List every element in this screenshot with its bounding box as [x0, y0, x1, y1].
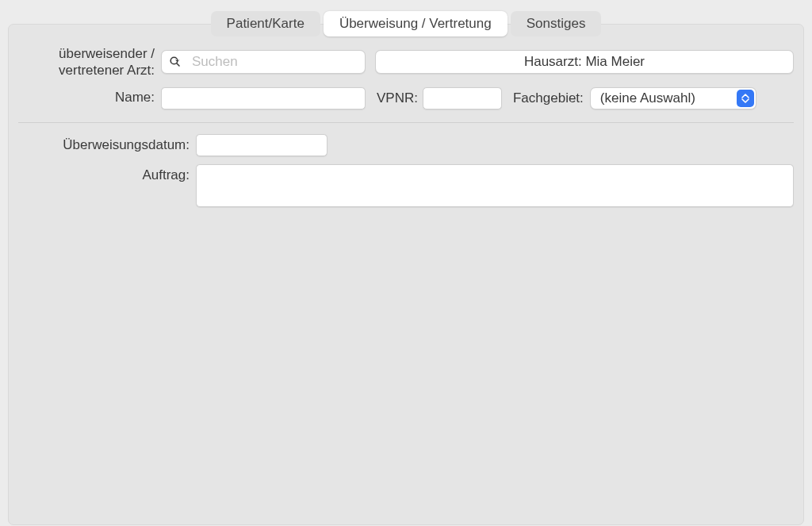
row-name: Name: VPNR: Fachgebiet: (keine Auswahl) — [18, 87, 794, 109]
vpnr-input[interactable] — [423, 87, 502, 109]
fachgebiet-select-wrapper: (keine Auswahl) — [590, 87, 756, 109]
content-panel: überweisender / vertretener Arzt: Hausar… — [8, 24, 804, 525]
label-name: Name: — [18, 90, 161, 106]
label-vpnr: VPNR: — [377, 90, 418, 106]
tab-patient[interactable]: Patient/Karte — [211, 11, 320, 36]
fachgebiet-select-value: (keine Auswahl) — [600, 90, 695, 106]
label-ueberweisungsdatum: Überweisungsdatum: — [18, 137, 196, 153]
svg-line-1 — [177, 63, 179, 66]
hausarzt-button[interactable]: Hausarzt: Mia Meier — [375, 50, 794, 74]
search-icon — [169, 56, 185, 68]
ueberweisungsdatum-input[interactable] — [196, 134, 327, 156]
hausarzt-button-label: Hausarzt: Mia Meier — [524, 54, 645, 70]
tab-sonstiges[interactable]: Sonstiges — [511, 11, 602, 36]
row-auftrag: Auftrag: — [18, 164, 794, 207]
auftrag-textarea[interactable] — [196, 164, 794, 207]
arzt-search-input[interactable] — [161, 50, 366, 74]
fachgebiet-select[interactable]: (keine Auswahl) — [590, 87, 756, 109]
label-ueberweisender-arzt: überweisender / vertretener Arzt: — [18, 45, 161, 79]
row-arzt: überweisender / vertretener Arzt: Hausar… — [18, 45, 794, 79]
updown-icon[interactable] — [737, 90, 754, 107]
row-datum: Überweisungsdatum: — [18, 134, 794, 156]
tab-bar: Patient/Karte Überweisung / Vertretung S… — [0, 0, 812, 36]
arzt-search-wrapper — [161, 50, 366, 74]
label-fachgebiet: Fachgebiet: — [513, 90, 584, 106]
separator — [18, 122, 794, 123]
name-input[interactable] — [161, 87, 366, 109]
tab-ueberweisung[interactable]: Überweisung / Vertretung — [324, 11, 508, 36]
label-auftrag: Auftrag: — [18, 164, 196, 183]
